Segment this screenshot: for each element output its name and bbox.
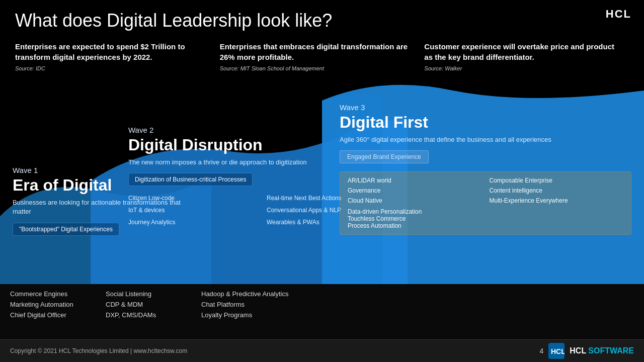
wave3-bottom-0: Data-driven Personalization	[348, 208, 623, 215]
wave2-badge: Digitization of Business-critical Proces…	[128, 173, 253, 186]
svg-text:HCL: HCL	[551, 347, 565, 355]
bottom-col1-item-2: Chief Digital Officer	[10, 311, 91, 319]
hcl-software-brand: HCL SOFTWARE	[570, 346, 634, 355]
wave3-item-4: Cloud Native	[348, 197, 482, 204]
wave2-item-4: Journey Analytics	[128, 217, 257, 227]
stat-source-1: Source: IDC	[15, 65, 210, 71]
bottom-col3-item-0: Hadoop & Predictive Analytics	[201, 290, 288, 298]
hcl-logo: HCL	[606, 8, 631, 21]
bottom-bar: Commerce Engines Marketing Automation Ch…	[0, 284, 644, 339]
page-title: What does Digital Leadership look like?	[15, 10, 629, 31]
stat-block-2: Enterprises that embraces digital transf…	[220, 41, 425, 71]
bottom-col-2: Social Listening CDP & MDM DXP, CMS/DAMs	[106, 290, 186, 319]
wave3-label: Wave 3	[340, 103, 631, 112]
stat-text-3: Customer experience will overtake price …	[424, 41, 619, 62]
bottom-col2-item-1: CDP & MDM	[106, 301, 186, 308]
footer: Copyright © 2021 HCL Technologies Limite…	[0, 339, 644, 362]
footer-right: 4 HCL HCL SOFTWARE	[539, 343, 634, 359]
stat-text-1: Enterprises are expected to spend $2 Tri…	[15, 41, 210, 62]
wave3-bottom-items: Data-driven Personalization Touchless Co…	[348, 208, 623, 229]
stat-source-3: Source: Walker	[424, 65, 619, 71]
wave3-box-grid: AR/LiDAR world Composable Enterprise Gov…	[348, 177, 623, 204]
bottom-col-1: Commerce Engines Marketing Automation Ch…	[10, 290, 91, 319]
bottom-col2-item-2: DXP, CMS/DAMs	[106, 311, 186, 319]
wave3-bottom-1: Touchless Commerce	[348, 215, 623, 222]
wave3-item-5: Multi-Experience Everywhere	[490, 197, 624, 204]
stat-source-2: Source: MIT Sloan School of Management	[220, 65, 415, 71]
engaged-brand-badge: Engaged Brand Experience	[340, 150, 429, 163]
stats-row: Enterprises are expected to spend $2 Tri…	[15, 41, 629, 71]
wave2-item-0: Citizen Low-code	[128, 193, 257, 203]
wave3-items-box: AR/LiDAR world Composable Enterprise Gov…	[340, 171, 631, 235]
wave3-title: Digital First	[340, 114, 631, 131]
wave3-item-3: Content intelligence	[490, 187, 624, 194]
bottom-col1-item-1: Marketing Automation	[10, 301, 91, 308]
bottom-col3-item-2: Loyalty Programs	[201, 311, 288, 319]
stat-block-1: Enterprises are expected to spend $2 Tri…	[15, 41, 220, 71]
wave3-item-0: AR/LiDAR world	[348, 177, 482, 184]
bottom-col1-item-0: Commerce Engines	[10, 290, 91, 298]
wave3-bottom-2: Process Automation	[348, 222, 623, 229]
wave1-badge: "Bootstrapped" Digital Experiences	[13, 223, 119, 236]
footer-copyright: Copyright © 2021 HCL Technologies Limite…	[10, 347, 187, 354]
stat-text-2: Enterprises that embraces digital transf…	[220, 41, 415, 62]
wave3-desc: Agile 360° digital experience that defin…	[340, 135, 631, 144]
bottom-col2-item-0: Social Listening	[106, 290, 186, 298]
stat-block-3: Customer experience will overtake price …	[424, 41, 629, 71]
bottom-col-3: Hadoop & Predictive Analytics Chat Platf…	[201, 290, 288, 319]
bottom-col3-item-1: Chat Platforms	[201, 301, 288, 308]
header: What does Digital Leadership look like? …	[0, 0, 644, 76]
wave3-item-1: Composable Enterprise	[490, 177, 624, 184]
footer-page-number: 4	[539, 347, 543, 355]
wave2-item-2: IoT & devices	[128, 205, 257, 215]
hcl-software-icon: HCL	[548, 343, 565, 359]
wave3-item-2: Governance	[348, 187, 482, 194]
